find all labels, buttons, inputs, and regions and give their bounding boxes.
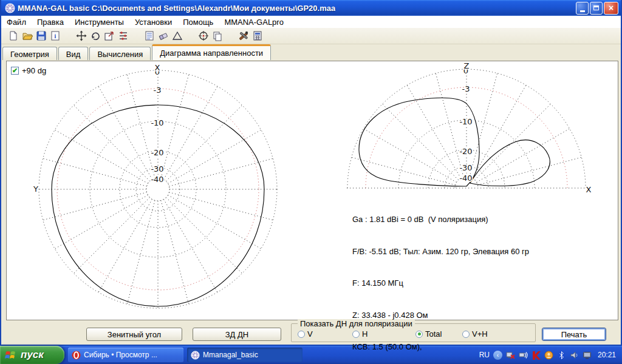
polygon-icon[interactable] xyxy=(170,29,184,42)
app-icon xyxy=(5,3,15,13)
volume-icon[interactable] xyxy=(570,351,579,360)
zenith-angle-button[interactable]: Зенитный угол xyxy=(86,328,182,341)
tab-radiation-pattern[interactable]: Диаграмма направленности xyxy=(152,44,271,60)
eraser-icon[interactable] xyxy=(156,29,170,42)
tab-view[interactable]: Вид xyxy=(58,47,89,60)
result-swr: КСВ: 1.5 (50.0 Ом), xyxy=(352,342,529,352)
menu-help[interactable]: Помощь xyxy=(177,16,219,28)
copy-icon[interactable] xyxy=(210,29,224,42)
calculator-icon[interactable] xyxy=(250,29,264,42)
start-label: пуск xyxy=(21,349,44,361)
target-icon[interactable] xyxy=(196,29,210,42)
3d-pattern-button[interactable]: ЗД ДН xyxy=(193,328,281,341)
print-button[interactable]: Печать xyxy=(542,328,606,341)
move-icon[interactable] xyxy=(74,29,88,42)
result-frequency: F: 14.150 МГц xyxy=(352,278,529,289)
windows-flag-icon xyxy=(5,349,17,361)
toolbar: i xyxy=(1,28,621,44)
restore-button[interactable] xyxy=(590,2,603,15)
result-impedance: Z: 33.438 - j0.428 Ом xyxy=(352,310,529,321)
mail-agent-icon[interactable] xyxy=(544,351,553,360)
save-icon[interactable] xyxy=(34,29,48,42)
wire-list-icon[interactable] xyxy=(142,29,156,42)
menu-mmana-galpro[interactable]: MMANA-GALpro xyxy=(219,16,289,28)
rotate-icon[interactable] xyxy=(88,29,102,42)
plus90-checkbox[interactable]: ✔ xyxy=(11,67,19,75)
menu-tools[interactable]: Инструменты xyxy=(69,16,129,28)
calculation-results: Ga : 1.81 dBi = 0 dB (V поляризация) F/B… xyxy=(352,193,529,364)
result-gain: Ga : 1.81 dBi = 0 dB (V поляризация) xyxy=(352,214,529,225)
result-fb: F/B: -5.51 dB; Тыл: Азим. 120 гр, Элевац… xyxy=(352,246,529,257)
menu-edit[interactable]: Правка xyxy=(32,16,69,28)
new-file-icon[interactable] xyxy=(6,29,20,42)
plus90-checkbox-row: ✔ +90 dg xyxy=(11,66,46,75)
app-window: MMANA-GAL basic C:\Documents and Setting… xyxy=(0,0,622,346)
tab-bar: Геометрия Вид Вычисления Диаграмма напра… xyxy=(2,44,621,60)
radio-v-circle[interactable] xyxy=(298,331,305,338)
mmana-icon xyxy=(191,351,200,360)
radio-v[interactable]: V xyxy=(298,329,313,339)
window-title: MMANA-GAL basic C:\Documents and Setting… xyxy=(18,4,335,13)
tools-setup-icon[interactable] xyxy=(236,29,250,42)
kaspersky-icon[interactable] xyxy=(531,351,541,360)
tab-geometry[interactable]: Геометрия xyxy=(2,47,57,60)
minimize-button[interactable] xyxy=(576,2,589,15)
element-editor-icon[interactable] xyxy=(116,29,130,42)
menu-setup[interactable]: Установки xyxy=(129,16,177,28)
open-file-icon[interactable] xyxy=(20,29,34,42)
plus90-checkbox-label: +90 dg xyxy=(22,66,46,75)
taskbar-item-opera[interactable]: Сибирь • Просмотр ... xyxy=(68,348,183,362)
opera-icon xyxy=(72,351,81,360)
start-button[interactable]: пуск xyxy=(0,346,64,364)
menu-bar: Файл Правка Инструменты Установки Помощь… xyxy=(1,16,621,28)
menu-file[interactable]: Файл xyxy=(1,16,32,28)
taskbar-clock[interactable]: 20:21 xyxy=(598,351,616,359)
title-bar: MMANA-GAL basic C:\Documents and Setting… xyxy=(1,0,621,16)
scale-window-icon[interactable] xyxy=(102,29,116,42)
close-button[interactable]: × xyxy=(604,2,618,15)
tab-calculations[interactable]: Вычисления xyxy=(89,47,151,60)
svg-text:i: i xyxy=(54,33,56,39)
display-settings-icon[interactable] xyxy=(583,351,592,360)
file-info-icon[interactable]: i xyxy=(48,29,62,42)
taskbar-item-mmanagal[interactable]: Mmanagal_basic xyxy=(187,348,302,362)
bluetooth-icon[interactable] xyxy=(557,351,566,360)
